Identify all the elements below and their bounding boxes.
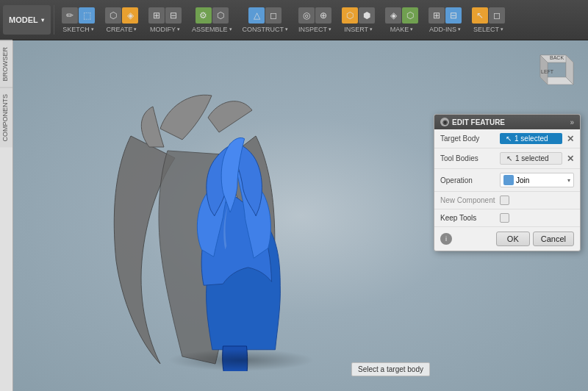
addins-icon-2: ⊟ <box>445 7 462 24</box>
assemble-icon-2: ⬡ <box>212 7 229 24</box>
toolbar-group-inspect[interactable]: ◎ ⊕ INSPECT ▾ <box>294 1 336 38</box>
mode-chevron: ▾ <box>41 17 44 24</box>
make-chevron: ▾ <box>410 26 413 32</box>
operation-row: Operation Join ▾ <box>434 169 580 192</box>
target-body-label: Target Body <box>440 134 495 143</box>
mode-selector[interactable]: MODEL ▾ <box>3 5 51 35</box>
sketch-icon-1: ✏ <box>62 7 78 24</box>
toolbar-group-assemble[interactable]: ⚙ ⬡ ASSEMBLE ▾ <box>187 1 237 38</box>
mode-label: MODEL <box>9 15 38 24</box>
new-component-checkbox[interactable] <box>500 196 509 205</box>
tool-bodies-row: Tool Bodies ↖ 1 selected ✕ <box>434 148 580 169</box>
target-body-selected-text: 1 selected <box>514 134 548 143</box>
sidebar-tab-components[interactable]: COMPONENTS <box>0 87 12 148</box>
keep-tools-row: Keep Tools <box>434 209 580 227</box>
status-hint: Select a target body <box>351 362 430 376</box>
modify-icons: ⊞ ⊟ <box>148 7 182 24</box>
create-icon-1: ⬡ <box>105 7 121 24</box>
svg-text:BACK: BACK <box>550 55 564 60</box>
construct-icon-1: △ <box>248 7 265 24</box>
header-left: ◉ EDIT FEATURE <box>440 118 505 126</box>
select-icon-1: ↖ <box>472 7 488 24</box>
addins-chevron: ▾ <box>458 26 461 32</box>
operation-label: Operation <box>440 176 495 184</box>
3d-viewport[interactable]: BACK LEFT ◉ EDIT FEATURE » Target Body ↖… <box>13 40 588 391</box>
toolbar-group-insert[interactable]: ⬡ ⬢ INSERT ▾ <box>337 1 379 38</box>
sketch-icons: ✏ ⬚ <box>62 7 95 24</box>
select-icons: ↖ ◻ <box>472 7 505 24</box>
sketch-icon-2: ⬚ <box>79 7 95 24</box>
modify-chevron: ▾ <box>177 26 180 32</box>
left-sidebar: BROWSER COMPONENTS <box>0 40 13 391</box>
sketch-chevron: ▾ <box>91 26 94 32</box>
keep-tools-checkbox[interactable] <box>500 213 509 223</box>
inspect-icon-1: ◎ <box>298 7 315 24</box>
edit-panel-header: ◉ EDIT FEATURE » <box>434 115 580 129</box>
footer-info-btn[interactable]: i <box>440 233 452 245</box>
model-container <box>87 77 395 386</box>
tool-bodies-label: Tool Bodies <box>440 154 495 162</box>
tool-bodies-value[interactable]: ↖ 1 selected <box>500 152 562 165</box>
status-hint-text: Select a target body <box>358 365 423 373</box>
model-shadow <box>168 349 315 371</box>
panel-footer: i OK Cancel <box>434 227 580 251</box>
edit-feature-panel: ◉ EDIT FEATURE » Target Body ↖ 1 selecte… <box>434 114 581 251</box>
operation-value: Join <box>516 176 529 184</box>
create-icon-2: ◈ <box>122 7 138 24</box>
tool-bodies-clear-btn[interactable]: ✕ <box>567 154 574 164</box>
operation-chevron-icon: ▾ <box>567 177 570 184</box>
new-component-row: New Component <box>434 192 580 209</box>
create-label: CREATE ▾ <box>107 26 137 33</box>
toolbar-group-modify[interactable]: ⊞ ⊟ MODIFY ▾ <box>144 1 186 38</box>
addins-label: ADD-INS ▾ <box>429 26 461 33</box>
assemble-icons: ⚙ ⬡ <box>196 7 229 24</box>
toolbar: MODEL ▾ ✏ ⬚ SKETCH ▾ ⬡ ◈ CREATE ▾ ⊞ ⊟ MO… <box>0 0 588 40</box>
operation-select[interactable]: Join ▾ <box>500 173 574 187</box>
inspect-icons: ◎ ⊕ <box>298 7 331 24</box>
panel-expand-icon[interactable]: » <box>570 118 574 126</box>
target-body-value[interactable]: ↖ 1 selected <box>500 133 562 144</box>
create-chevron: ▾ <box>134 26 137 32</box>
inspect-chevron: ▾ <box>329 26 331 32</box>
create-icons: ⬡ ◈ <box>105 7 138 24</box>
addins-icon-1: ⊞ <box>429 7 445 24</box>
blue-vase <box>146 107 322 371</box>
panel-title: EDIT FEATURE <box>452 118 505 126</box>
addins-icons: ⊞ ⊟ <box>429 7 462 24</box>
sidebar-tab-browser[interactable]: BROWSER <box>0 40 12 87</box>
ok-button[interactable]: OK <box>496 232 530 246</box>
toolbar-group-addins[interactable]: ⊞ ⊟ ADD-INS ▾ <box>424 1 466 38</box>
orientation-cube[interactable]: BACK LEFT <box>529 48 577 96</box>
assemble-chevron: ▾ <box>229 26 232 32</box>
construct-icons: △ ◻ <box>248 7 282 24</box>
toolbar-divider-1 <box>54 5 54 35</box>
select-label: SELECT ▾ <box>473 26 503 33</box>
toolbar-group-create[interactable]: ⬡ ◈ CREATE ▾ <box>101 1 143 38</box>
toolbar-group-select[interactable]: ↖ ◻ SELECT ▾ <box>467 1 509 38</box>
make-label: MAKE ▾ <box>390 26 414 33</box>
construct-label: CONSTRUCT ▾ <box>243 26 289 33</box>
cancel-button[interactable]: Cancel <box>533 232 574 246</box>
make-icon-2: ⬡ <box>402 7 418 24</box>
toolbar-group-make[interactable]: ◈ ⬡ MAKE ▾ <box>381 1 423 38</box>
panel-info-icon: ◉ <box>440 118 449 126</box>
target-body-clear-btn[interactable]: ✕ <box>567 134 574 144</box>
sketch-label: SKETCH ▾ <box>62 26 94 33</box>
inspect-icon-2: ⊕ <box>315 7 331 24</box>
assemble-icon-1: ⚙ <box>196 7 212 24</box>
make-icons: ◈ ⬡ <box>385 7 418 24</box>
target-body-row: Target Body ↖ 1 selected ✕ <box>434 129 580 148</box>
select-icon-2: ◻ <box>489 7 505 24</box>
insert-chevron: ▾ <box>370 26 373 32</box>
inspect-label: INSPECT ▾ <box>298 26 331 33</box>
operation-icon <box>503 175 514 185</box>
construct-chevron: ▾ <box>285 26 288 32</box>
assemble-label: ASSEMBLE ▾ <box>192 26 232 33</box>
construct-icon-2: ◻ <box>265 7 282 24</box>
tool-bodies-selected-text: 1 selected <box>515 154 549 162</box>
insert-icon-2: ⬢ <box>359 7 375 24</box>
toolbar-group-sketch[interactable]: ✏ ⬚ SKETCH ▾ <box>57 1 99 38</box>
select-chevron: ▾ <box>501 26 503 32</box>
toolbar-group-construct[interactable]: △ ◻ CONSTRUCT ▾ <box>238 1 293 38</box>
modify-icon-2: ⊟ <box>165 7 182 24</box>
